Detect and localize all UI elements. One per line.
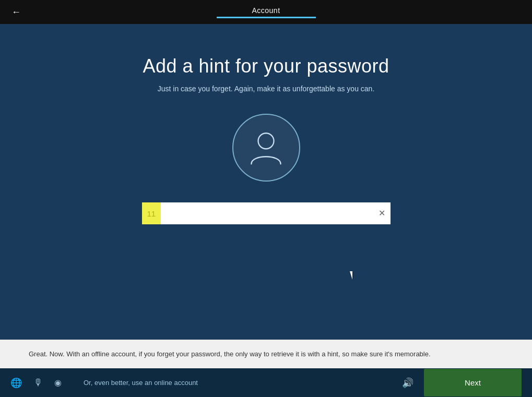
notification-text: Great. Now. With an offline account, if … <box>29 350 431 358</box>
online-account-link[interactable]: Or, even better, use an online account <box>84 379 198 387</box>
main-content: Add a hint for your password Just in cas… <box>0 24 532 235</box>
hint-input-container: ✕ <box>142 202 391 224</box>
account-tab-label: Account <box>252 6 280 15</box>
globe-icon[interactable]: 🌐 <box>10 377 22 389</box>
page-subtitle: Just in case you forget. Again, make it … <box>158 85 375 93</box>
svg-point-0 <box>258 133 274 149</box>
back-button[interactable]: ← <box>8 4 24 20</box>
volume-icon[interactable]: 🔊 <box>402 377 413 389</box>
top-bar: ← Account <box>0 0 532 24</box>
microphone-icon[interactable]: 🎙 <box>33 377 43 388</box>
bottom-bar: 🌐 🎙 ◉ Or, even better, use an online acc… <box>0 368 532 397</box>
user-avatar-icon <box>246 127 286 169</box>
camera-icon[interactable]: ◉ <box>54 378 62 388</box>
hint-input[interactable] <box>142 202 391 224</box>
taskbar-icons: 🌐 🎙 ◉ Or, even better, use an online acc… <box>10 377 198 389</box>
account-tab: Account <box>217 6 316 18</box>
avatar <box>232 114 300 182</box>
account-tab-underline <box>217 17 316 18</box>
notification-bar: Great. Now. With an offline account, if … <box>0 340 532 368</box>
next-button[interactable]: Next <box>424 369 522 396</box>
bottom-right: 🔊 Next <box>402 369 522 396</box>
page-title: Add a hint for your password <box>143 55 389 77</box>
cursor <box>350 271 356 281</box>
clear-input-button[interactable]: ✕ <box>379 209 385 218</box>
